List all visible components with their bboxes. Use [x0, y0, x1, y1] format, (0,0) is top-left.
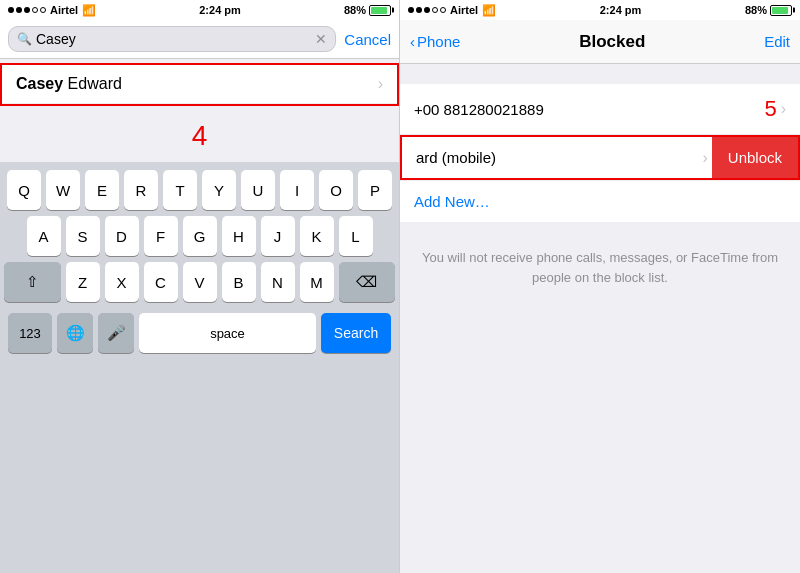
back-label: Phone	[417, 33, 460, 50]
left-carrier: Airtel	[50, 4, 78, 16]
keyboard-row-3: ⇧ Z X C V B N M ⌫	[4, 262, 395, 302]
right-carrier: Airtel	[450, 4, 478, 16]
step-4-label: 4	[0, 120, 399, 152]
contact-name: Casey Edward	[16, 75, 122, 93]
block-info-text: You will not receive phone calls, messag…	[400, 232, 800, 303]
chevron-left-icon: ‹	[410, 33, 415, 50]
key-x[interactable]: X	[105, 262, 139, 302]
right-signal-dot-3	[424, 7, 430, 13]
key-n[interactable]: N	[261, 262, 295, 302]
left-time: 2:24 pm	[199, 4, 241, 16]
right-status-right: 88%	[745, 4, 792, 16]
key-globe[interactable]: 🌐	[57, 313, 93, 353]
key-g[interactable]: G	[183, 216, 217, 256]
key-z[interactable]: Z	[66, 262, 100, 302]
key-a[interactable]: A	[27, 216, 61, 256]
signal-dot-5	[40, 7, 46, 13]
key-v[interactable]: V	[183, 262, 217, 302]
key-mic[interactable]: 🎤	[98, 313, 134, 353]
cancel-button[interactable]: Cancel	[344, 31, 391, 48]
key-e[interactable]: E	[85, 170, 119, 210]
right-panel: Airtel 📶 2:24 pm 88% ‹ Phone Blocked Edi…	[400, 0, 800, 573]
back-button[interactable]: ‹ Phone	[410, 33, 460, 50]
right-battery-percent: 88%	[745, 4, 767, 16]
step-5-label: 5	[764, 96, 776, 122]
keyboard-row-1: Q W E R T Y U I O P	[4, 170, 395, 210]
contact-name-bold: Casey	[16, 75, 63, 92]
search-input[interactable]	[36, 31, 311, 47]
key-c[interactable]: C	[144, 262, 178, 302]
right-signal-dot-2	[416, 7, 422, 13]
nav-title: Blocked	[579, 32, 645, 52]
blocked-item-number[interactable]: +00 881280021889 5 ›	[400, 84, 800, 135]
blocked-item-chevron: ›	[781, 100, 786, 118]
key-k[interactable]: K	[300, 216, 334, 256]
key-t[interactable]: T	[163, 170, 197, 210]
key-u[interactable]: U	[241, 170, 275, 210]
key-y[interactable]: Y	[202, 170, 236, 210]
right-signal-strength	[408, 7, 446, 13]
contact-list: Casey Edward ›	[0, 63, 399, 106]
key-s[interactable]: S	[66, 216, 100, 256]
highlighted-contact-name: ard (mobile)	[402, 137, 702, 178]
highlighted-chevron: ›	[702, 149, 711, 167]
right-time: 2:24 pm	[600, 4, 642, 16]
left-wifi-icon: 📶	[82, 4, 96, 17]
keyboard-row-2: A S D F G H J K L	[4, 216, 395, 256]
search-input-wrapper[interactable]: 🔍 ✕	[8, 26, 336, 52]
blocked-item-right: 5 ›	[764, 96, 786, 122]
signal-strength	[8, 7, 46, 13]
right-status-left: Airtel 📶	[408, 4, 496, 17]
key-d[interactable]: D	[105, 216, 139, 256]
signal-dot-2	[16, 7, 22, 13]
key-space[interactable]: space	[139, 313, 316, 353]
right-battery-icon	[770, 5, 792, 16]
keyboard: Q W E R T Y U I O P A S D F G H J K L ⇧ …	[0, 162, 399, 573]
left-battery-fill	[371, 7, 387, 14]
right-signal-dot-4	[432, 7, 438, 13]
left-panel: Airtel 📶 2:24 pm 88% 🔍 ✕ Cancel Casey Ed…	[0, 0, 400, 573]
key-i[interactable]: I	[280, 170, 314, 210]
right-status-bar: Airtel 📶 2:24 pm 88%	[400, 0, 800, 20]
key-w[interactable]: W	[46, 170, 80, 210]
blocked-item-highlighted[interactable]: ard (mobile) › Unblock	[400, 135, 800, 180]
nav-bar: ‹ Phone Blocked Edit	[400, 20, 800, 64]
key-f[interactable]: F	[144, 216, 178, 256]
contact-name-rest: Edward	[63, 75, 122, 92]
key-delete[interactable]: ⌫	[339, 262, 396, 302]
key-o[interactable]: O	[319, 170, 353, 210]
edit-button[interactable]: Edit	[764, 33, 790, 50]
right-signal-dot-1	[408, 7, 414, 13]
key-shift[interactable]: ⇧	[4, 262, 61, 302]
unblock-button[interactable]: Unblock	[712, 137, 798, 178]
blocked-list: +00 881280021889 5 › ard (mobile) › Unbl…	[400, 84, 800, 180]
search-key-button[interactable]: Search	[321, 313, 391, 353]
signal-dot-3	[24, 7, 30, 13]
right-signal-dot-5	[440, 7, 446, 13]
left-status-right: 88%	[344, 4, 391, 16]
right-battery-fill	[772, 7, 788, 14]
keyboard-bottom-row: 123 🌐 🎤 space Search	[4, 308, 395, 361]
key-p[interactable]: P	[358, 170, 392, 210]
left-battery-percent: 88%	[344, 4, 366, 16]
left-status-bar: Airtel 📶 2:24 pm 88%	[0, 0, 399, 20]
contact-item-casey[interactable]: Casey Edward ›	[2, 65, 397, 104]
key-q[interactable]: Q	[7, 170, 41, 210]
chevron-right-icon: ›	[378, 75, 383, 93]
left-battery-icon	[369, 5, 391, 16]
key-b[interactable]: B	[222, 262, 256, 302]
key-l[interactable]: L	[339, 216, 373, 256]
key-j[interactable]: J	[261, 216, 295, 256]
signal-dot-1	[8, 7, 14, 13]
left-status-left: Airtel 📶	[8, 4, 96, 17]
search-bar: 🔍 ✕ Cancel	[0, 20, 399, 59]
key-h[interactable]: H	[222, 216, 256, 256]
key-r[interactable]: R	[124, 170, 158, 210]
right-wifi-icon: 📶	[482, 4, 496, 17]
search-icon: 🔍	[17, 32, 32, 46]
add-new-button[interactable]: Add New…	[400, 180, 800, 222]
key-numbers[interactable]: 123	[8, 313, 52, 353]
signal-dot-4	[32, 7, 38, 13]
search-clear-button[interactable]: ✕	[315, 32, 327, 46]
key-m[interactable]: M	[300, 262, 334, 302]
